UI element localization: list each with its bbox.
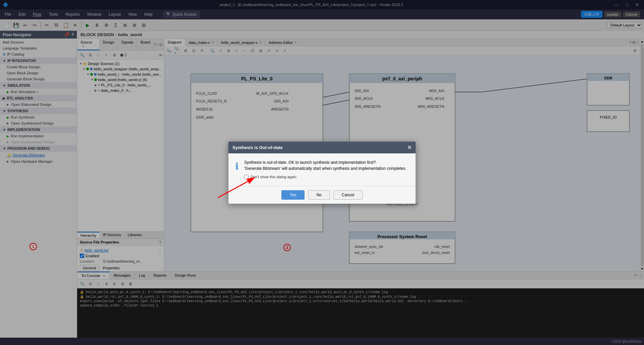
modal-body: ℹ Synthesis is out-of-date. OK to launch… bbox=[228, 153, 416, 186]
modal-no-button[interactable]: No bbox=[308, 190, 330, 200]
modal-message: Synthesis is out-of-date. OK to launch s… bbox=[244, 160, 406, 179]
modal-yes-button[interactable]: Yes bbox=[281, 190, 305, 200]
modal-checkbox-row: Don't show this dialog again bbox=[244, 175, 406, 179]
modal-checkbox-label: Don't show this dialog again bbox=[251, 175, 297, 179]
modal-close-button[interactable]: ✕ bbox=[407, 144, 412, 151]
modal-cancel-button[interactable]: Cancel bbox=[333, 190, 363, 200]
modal-footer: Yes No Cancel bbox=[228, 186, 416, 204]
modal-message-line1: Synthesis is out-of-date. OK to launch s… bbox=[244, 160, 406, 165]
modal-header: Synthesis is Out-of-date ✕ bbox=[228, 142, 416, 153]
modal-title: Synthesis is Out-of-date bbox=[232, 145, 283, 150]
modal-info-icon: ℹ bbox=[235, 161, 239, 172]
modal-overlay: Synthesis is Out-of-date ✕ ℹ Synthesis i… bbox=[0, 0, 644, 345]
modal-dont-show-checkbox[interactable] bbox=[244, 175, 249, 179]
modal-message-line2: 'Generate Bitstream' will automatically … bbox=[244, 166, 406, 171]
modal-dialog: Synthesis is Out-of-date ✕ ℹ Synthesis i… bbox=[228, 141, 416, 204]
